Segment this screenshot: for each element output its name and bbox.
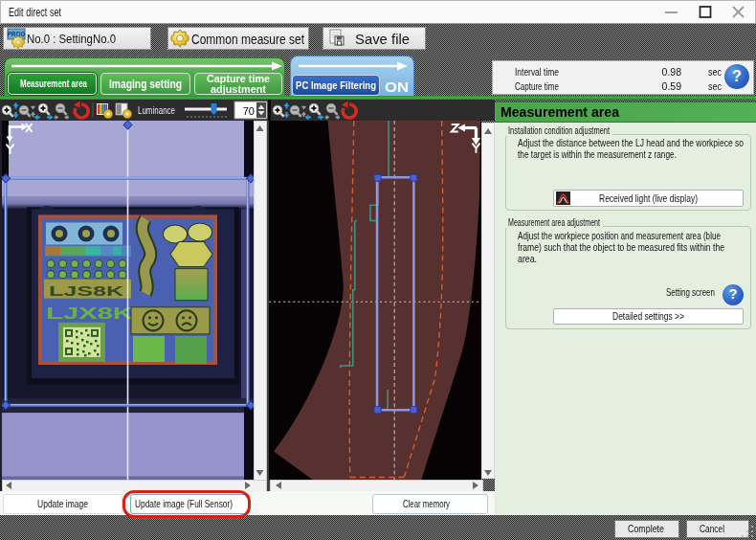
svg-text:Measurement area: Measurement area: [500, 104, 619, 120]
svg-text:area.: area.: [518, 253, 537, 264]
svg-text:adjustment: adjustment: [211, 83, 267, 95]
svg-text:No.0 : SettingNo.0: No.0 : SettingNo.0: [27, 32, 116, 46]
svg-text:0.59: 0.59: [662, 80, 682, 92]
svg-text:Measurement area adjustment: Measurement area adjustment: [508, 217, 600, 228]
svg-text:Edit direct set: Edit direct set: [9, 6, 61, 19]
svg-text:Update image (Full Sensor): Update image (Full Sensor): [135, 498, 233, 509]
svg-text:Clear memory: Clear memory: [403, 498, 451, 509]
svg-text:Measurement area: Measurement area: [20, 78, 88, 89]
svg-text:Setting screen: Setting screen: [666, 286, 715, 298]
svg-text:Common measure set: Common measure set: [191, 31, 305, 47]
svg-text:Imaging setting: Imaging setting: [109, 78, 182, 91]
svg-text:Received light (live display): Received light (live display): [599, 192, 698, 204]
svg-text:Complete: Complete: [628, 523, 664, 534]
svg-text:0.98: 0.98: [662, 66, 682, 78]
svg-text:Adjust the distance between th: Adjust the distance between the LJ head …: [518, 137, 744, 148]
svg-text:frame) such that the object to: frame) such that the object to be measur…: [518, 241, 724, 253]
svg-text:Detailed settings >>: Detailed settings >>: [612, 310, 684, 322]
svg-text:PC Image Filtering: PC Image Filtering: [296, 79, 376, 91]
svg-text:Adjust the workpiece position: Adjust the workpiece position and measur…: [518, 230, 721, 241]
svg-text:Cancel: Cancel: [700, 523, 724, 534]
svg-text:the target is within the measu: the target is within the measurement z r…: [518, 148, 677, 160]
svg-text:sec: sec: [708, 80, 722, 92]
svg-text:Capture time: Capture time: [515, 80, 559, 92]
svg-text:Interval time: Interval time: [515, 66, 559, 78]
svg-text:Update image: Update image: [37, 498, 88, 509]
svg-text:sec: sec: [708, 66, 722, 78]
svg-text:Installation condition adjustm: Installation condition adjustment: [508, 125, 610, 136]
svg-text:ON: ON: [385, 79, 409, 95]
svg-text:Save file: Save file: [355, 31, 410, 47]
